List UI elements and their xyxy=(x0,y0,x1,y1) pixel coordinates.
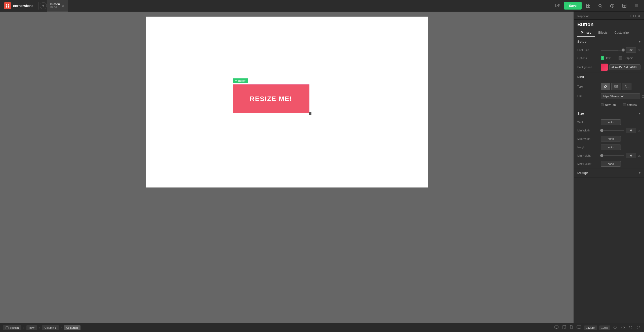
inspector-header: Inspector + ⊟ ⚙ xyxy=(574,12,644,20)
url-input[interactable] xyxy=(601,93,640,99)
breadcrumb-button[interactable]: Button xyxy=(64,325,80,330)
design-section-title: Design xyxy=(577,171,588,175)
link-options-row: New Tab nofollow xyxy=(574,101,644,109)
device-desktop-button[interactable] xyxy=(553,324,559,331)
target-icon-button[interactable] xyxy=(612,324,618,331)
package-button[interactable] xyxy=(607,0,618,12)
save-button[interactable]: Save xyxy=(564,2,582,10)
topbar: cornerstone + Button PAGE × Save xyxy=(0,0,644,12)
link-type-buttons xyxy=(601,83,631,90)
breadcrumb-section[interactable]: Section xyxy=(3,325,21,330)
row-label: Row xyxy=(29,326,34,329)
min-height-unit: px xyxy=(638,154,640,157)
background-color-swatch[interactable] xyxy=(601,64,608,71)
background-color-value[interactable]: #EA2A55 / #F54168 xyxy=(609,64,640,70)
app-name: cornerstone xyxy=(13,4,33,8)
height-label: Height xyxy=(577,146,599,149)
add-tab-button[interactable]: + xyxy=(40,2,47,9)
svg-rect-0 xyxy=(6,4,7,6)
new-tab-label: New Tab xyxy=(605,103,616,106)
design-section-header[interactable]: Design ▾ xyxy=(574,168,644,177)
font-size-slider[interactable] xyxy=(601,50,624,51)
max-width-value[interactable]: none xyxy=(601,136,621,141)
width-value[interactable]: auto xyxy=(601,119,621,125)
device-wide-button[interactable] xyxy=(576,324,582,331)
tab-effects[interactable]: Effects xyxy=(595,29,611,37)
min-width-slider-thumb[interactable] xyxy=(600,129,603,132)
main-layout: Button RESIZE ME! 0 100 200 300 400 500 … xyxy=(0,12,644,332)
inspector-copy-icon[interactable]: ⊟ xyxy=(633,14,636,18)
new-tab-checkbox[interactable] xyxy=(601,103,604,106)
search-button[interactable] xyxy=(595,0,606,12)
tab-close-button[interactable]: × xyxy=(62,4,64,8)
min-height-slider[interactable] xyxy=(601,155,624,156)
max-height-label: Max Height xyxy=(577,162,599,165)
nofollow-label: nofollow xyxy=(627,103,637,106)
max-width-label: Max Width xyxy=(577,137,599,140)
nofollow-checkbox[interactable] xyxy=(623,103,626,106)
setup-section-header[interactable]: Setup ▾ xyxy=(574,37,644,46)
undo-button[interactable] xyxy=(628,324,633,331)
inspector-header-icons: + ⊟ ⚙ xyxy=(630,14,640,18)
min-width-slider[interactable] xyxy=(601,130,624,131)
breadcrumb-row[interactable]: Row xyxy=(26,325,37,330)
svg-rect-5 xyxy=(586,4,588,6)
open-external-button[interactable] xyxy=(552,0,563,12)
text-checkbox[interactable]: ✓ xyxy=(601,56,604,60)
grid-view-button[interactable] xyxy=(583,0,594,12)
svg-rect-7 xyxy=(586,6,588,8)
canvas-button[interactable]: RESIZE ME! xyxy=(233,84,309,113)
background-row: Background #EA2A55 / #F54168 xyxy=(574,62,644,72)
code-button[interactable] xyxy=(620,325,626,331)
font-size-unit: px xyxy=(638,49,640,52)
size-section-header[interactable]: Size ▾ xyxy=(574,109,644,118)
svg-rect-8 xyxy=(588,6,590,8)
svg-rect-31 xyxy=(577,326,581,328)
min-height-input[interactable] xyxy=(626,153,636,158)
link-type-phone-button[interactable] xyxy=(622,83,631,90)
svg-rect-22 xyxy=(6,326,8,329)
max-height-row: Max Height none xyxy=(574,160,644,168)
font-size-input[interactable]: 32 xyxy=(626,48,636,53)
bottom-bar: Section › Row › Column 1 › Button 1120px… xyxy=(0,323,644,332)
button-breadcrumb-label: Button xyxy=(70,326,78,329)
redo-button[interactable] xyxy=(635,324,641,331)
graphic-option-label: Graphic xyxy=(623,57,633,60)
layers-button[interactable] xyxy=(631,0,642,12)
size-section-title: Size xyxy=(577,112,584,115)
link-type-email-button[interactable] xyxy=(611,83,621,90)
setup-section: Setup ▾ Font Size 32 px Options xyxy=(574,37,644,72)
inspector-add-icon[interactable]: + xyxy=(630,14,632,18)
logo-icon xyxy=(4,2,11,9)
min-width-input[interactable] xyxy=(626,128,636,133)
min-height-label: Min Height xyxy=(577,154,599,157)
layout-button[interactable] xyxy=(619,0,630,12)
background-content: #EA2A55 / #F54168 xyxy=(601,64,640,71)
breadcrumb-sep-2: › xyxy=(39,326,40,329)
device-tablet-button[interactable] xyxy=(561,324,567,331)
graphic-checkbox[interactable] xyxy=(619,56,622,60)
inspector-panel: Inspector + ⊟ ⚙ Button Primary Effects C… xyxy=(574,12,644,332)
url-clear-button[interactable]: ⊡ xyxy=(641,94,644,98)
url-row: URL ⊡ xyxy=(574,92,644,101)
height-content: auto xyxy=(601,145,640,150)
max-height-value[interactable]: none xyxy=(601,161,621,167)
font-size-label: Font Size xyxy=(577,49,599,52)
svg-point-33 xyxy=(614,326,616,328)
topbar-actions: Save xyxy=(550,0,644,12)
tab-primary[interactable]: Primary xyxy=(577,29,595,37)
link-type-url-button[interactable] xyxy=(601,83,610,90)
inspector-settings-icon[interactable]: ⚙ xyxy=(637,14,640,18)
font-size-slider-thumb[interactable] xyxy=(622,49,625,52)
breadcrumb-column[interactable]: Column 1 xyxy=(42,325,59,330)
min-height-slider-thumb[interactable] xyxy=(600,154,603,157)
device-mobile-button[interactable] xyxy=(569,324,574,331)
size-section: Size ▾ Width auto Min Width xyxy=(574,109,644,168)
tab-customize[interactable]: Customize xyxy=(611,29,632,37)
svg-point-30 xyxy=(571,328,572,329)
topbar-divider xyxy=(38,2,39,10)
height-value[interactable]: auto xyxy=(601,145,621,150)
canvas-container[interactable]: Button RESIZE ME! xyxy=(0,12,574,327)
setup-toggle-icon: ▾ xyxy=(639,40,640,43)
resize-handle[interactable] xyxy=(309,112,311,115)
